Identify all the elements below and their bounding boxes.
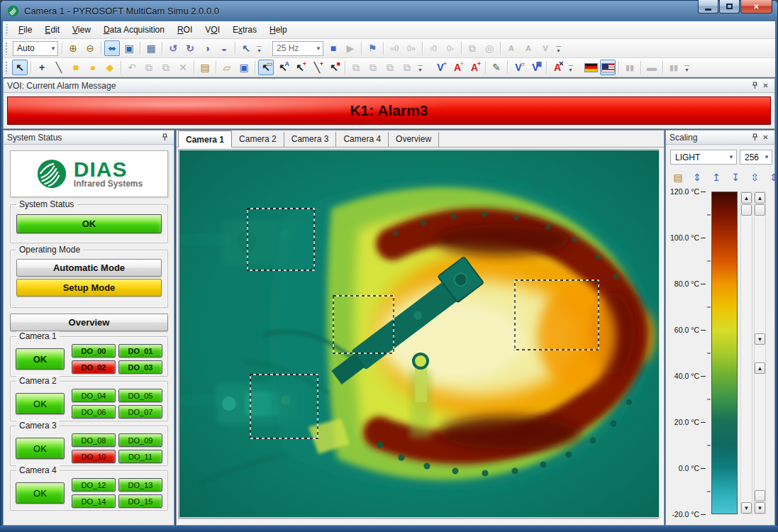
horizontal-split-button[interactable]: ▬ bbox=[644, 60, 660, 75]
roi-group-button-1[interactable]: ⧉ bbox=[348, 60, 364, 75]
grid-button[interactable]: ▦ bbox=[143, 40, 159, 56]
maximize-button[interactable] bbox=[719, 0, 740, 13]
german-language-button[interactable] bbox=[583, 60, 599, 75]
alarm-add-button[interactable]: A+ bbox=[450, 60, 465, 75]
toolbar-roi-overflow[interactable]: —▼ bbox=[416, 60, 425, 75]
rotate-right-button[interactable]: ↻ bbox=[182, 40, 198, 56]
step-forward-button[interactable]: 0› bbox=[443, 40, 458, 56]
tab-camera-2[interactable]: Camera 2 bbox=[232, 132, 284, 147]
roi-add-button[interactable]: ↖+ bbox=[292, 60, 308, 75]
close-icon[interactable]: ✕ bbox=[760, 132, 771, 143]
zoom-mode-combo[interactable]: Auto▼ bbox=[13, 41, 58, 56]
roi-group-button-2[interactable]: ⧉ bbox=[365, 60, 381, 75]
zoom-in-button[interactable]: ⊕ bbox=[65, 40, 81, 56]
voi-export-button[interactable]: V bbox=[538, 40, 553, 56]
english-language-button[interactable] bbox=[600, 60, 616, 75]
draw-line-button[interactable]: ╲ bbox=[51, 60, 67, 75]
thermal-image[interactable] bbox=[178, 149, 663, 519]
scroll-down-button[interactable]: ▼ bbox=[741, 502, 752, 514]
voi-open-button[interactable]: V▱ bbox=[511, 60, 526, 75]
scale-full-range-button[interactable]: ⇳ bbox=[747, 170, 762, 185]
flip-vertical-button[interactable]: ◒ bbox=[216, 40, 232, 56]
toolbar-layout-overflow[interactable]: —▼ bbox=[682, 60, 691, 75]
snapshot-save-button[interactable]: ⧉ bbox=[465, 40, 480, 56]
close-button[interactable]: ✕ bbox=[740, 0, 772, 13]
scale-auto-button[interactable]: ⇕ bbox=[689, 170, 705, 185]
pin-icon[interactable] bbox=[750, 132, 760, 143]
flip-horizontal-button[interactable]: ◑ bbox=[199, 40, 215, 56]
tab-camera-4[interactable]: Camera 4 bbox=[336, 132, 389, 147]
image-vertical-scrollbar[interactable] bbox=[659, 149, 664, 519]
toolbar-voi-overflow[interactable]: —▼ bbox=[566, 60, 575, 75]
scale-min-down-button[interactable]: ↧ bbox=[728, 170, 743, 185]
roi-group-button-3[interactable]: ⧉ bbox=[382, 60, 398, 75]
skip-start-button[interactable]: «0 bbox=[387, 40, 402, 56]
text-save-button[interactable]: A bbox=[504, 40, 519, 56]
roi-label-mode-button[interactable]: ↖A bbox=[275, 60, 291, 75]
menu-extras[interactable]: Extras bbox=[226, 23, 263, 37]
scroll-up-button[interactable]: ▲ bbox=[741, 192, 752, 204]
automatic-mode-button[interactable]: Automatic Mode bbox=[16, 259, 162, 277]
draw-polygon-button[interactable]: ◆ bbox=[102, 60, 118, 75]
scale-max-up-button[interactable]: ↥ bbox=[708, 170, 724, 185]
voi-save-button[interactable]: V▣ bbox=[528, 60, 543, 75]
roi-delete-button[interactable]: ↖■ bbox=[326, 60, 342, 75]
menu-roi[interactable]: ROI bbox=[171, 23, 199, 37]
roi-select-mode-button[interactable]: ↖▭ bbox=[258, 60, 274, 75]
menu-data-acquisition[interactable]: Data Acquisition bbox=[97, 23, 171, 37]
voi-add-button[interactable]: V+ bbox=[433, 60, 448, 75]
flag-button[interactable]: ⚑ bbox=[365, 40, 380, 56]
tab-camera-3[interactable]: Camera 3 bbox=[284, 132, 337, 147]
full-image-button[interactable]: ▣ bbox=[121, 40, 137, 56]
tab-camera-1[interactable]: Camera 1 bbox=[178, 131, 232, 148]
cursor-mode-button[interactable]: ↖ bbox=[238, 40, 254, 56]
step-back-button[interactable]: ‹0 bbox=[426, 40, 441, 56]
scroll-up-button[interactable]: ▲ bbox=[755, 192, 765, 204]
menu-file[interactable]: File bbox=[12, 23, 38, 37]
fit-to-window-button[interactable]: ⬌ bbox=[104, 40, 120, 56]
menu-view[interactable]: View bbox=[66, 23, 97, 37]
copy-button[interactable]: ⧉ bbox=[141, 60, 157, 75]
skip-end-button[interactable]: 0» bbox=[404, 40, 419, 56]
alarm-delete-button[interactable]: A✕ bbox=[550, 60, 565, 75]
save-roi-button[interactable]: ▣ bbox=[236, 60, 252, 75]
scroll-thumb[interactable] bbox=[755, 204, 765, 216]
frame-rate-combo[interactable]: 25 Hz▼ bbox=[272, 41, 323, 56]
draw-ellipse-button[interactable]: ● bbox=[85, 60, 101, 75]
vertical-split-button[interactable]: ▮▮ bbox=[666, 60, 682, 75]
scroll-thumb[interactable] bbox=[741, 204, 752, 216]
roi-add-line-button[interactable]: ╲+ bbox=[309, 60, 325, 75]
scroll-thumb[interactable] bbox=[755, 490, 765, 501]
rotate-left-button[interactable]: ↺ bbox=[165, 40, 181, 56]
image-horizontal-scrollbar[interactable] bbox=[178, 519, 658, 524]
pin-icon[interactable] bbox=[160, 132, 170, 143]
pin-icon[interactable] bbox=[750, 80, 760, 91]
minimize-button[interactable] bbox=[698, 0, 718, 13]
draw-point-button[interactable]: + bbox=[34, 60, 50, 75]
close-icon[interactable]: ✕ bbox=[760, 80, 771, 91]
menu-help[interactable]: Help bbox=[263, 23, 294, 37]
toolbar-play-overflow[interactable]: —▼ bbox=[554, 40, 563, 56]
scale-expand-button[interactable]: ⇕ bbox=[766, 170, 778, 185]
play-button[interactable]: ▶ bbox=[343, 40, 358, 56]
stop-button[interactable]: ■ bbox=[326, 40, 341, 56]
record-button[interactable]: ◎ bbox=[482, 40, 497, 56]
draw-rectangle-button[interactable]: ■ bbox=[68, 60, 84, 75]
scale-max-scrollbar[interactable]: ▲ ▼ bbox=[740, 192, 752, 514]
levels-combo[interactable]: 256 ▼ bbox=[740, 150, 772, 165]
scroll-up-button[interactable]: ▲ bbox=[755, 362, 765, 374]
undo-button[interactable]: ↶ bbox=[124, 60, 140, 75]
delete-button[interactable]: ✕ bbox=[175, 60, 191, 75]
alarm-add-ack-button[interactable]: A+ bbox=[467, 60, 482, 75]
menu-voi[interactable]: VOI bbox=[199, 23, 226, 37]
toolbar-view-overflow[interactable]: —▼ bbox=[255, 40, 264, 56]
palette-combo[interactable]: LIGHT ▼ bbox=[670, 150, 737, 165]
paste-button[interactable]: ⧉ bbox=[158, 60, 174, 75]
text-open-button[interactable]: A bbox=[521, 40, 536, 56]
scale-properties-button[interactable]: ▤ bbox=[670, 170, 686, 185]
scroll-down-button[interactable]: ▼ bbox=[755, 333, 765, 345]
roi-group-button-4[interactable]: ⧉ bbox=[399, 60, 415, 75]
overview-button[interactable]: Overview bbox=[10, 314, 168, 331]
menu-edit[interactable]: Edit bbox=[38, 23, 66, 37]
select-roi-button[interactable]: ↖ bbox=[12, 60, 28, 75]
